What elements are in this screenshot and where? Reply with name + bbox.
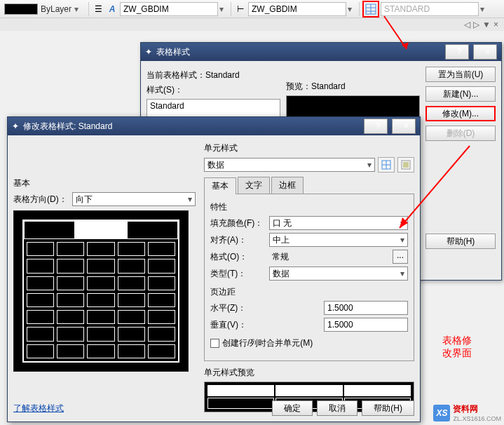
horiz-margin-input[interactable]: 1.5000 (324, 301, 408, 315)
chevron-down-icon: ▾ (367, 160, 372, 170)
help-button[interactable]: 帮助(H) (425, 234, 496, 249)
chevron-down-icon: ▾ (400, 235, 404, 245)
basic-group-label: 基本 (13, 177, 196, 189)
new-cell-style-icon[interactable] (378, 157, 395, 173)
fill-color-select[interactable]: 口 无 ▾ (269, 216, 408, 230)
dialog-titlebar[interactable]: ✦ 表格样式 ? × (141, 43, 501, 61)
align-label: 对齐(A)： (210, 234, 265, 246)
select-value: 数据 (207, 159, 224, 171)
separator (88, 2, 89, 16)
dialog-titlebar[interactable]: ✦ 修改表格样式: Standard ? × (8, 117, 420, 135)
modify-table-style-dialog: ✦ 修改表格样式: Standard ? × 基本 表格方向(D)： 向下 ▾ (7, 116, 421, 422)
margin-group-label: 页边距 (210, 286, 408, 298)
annotation-text: 表格修 改界面 (442, 334, 472, 359)
format-label: 格式(O)： (210, 251, 265, 263)
top-toolbar: ByLayer ▾ ☰ A ZW_GBDIM ▾ ⊢ ZW_GBDIM ▾ ST… (0, 0, 504, 18)
app-icon: ✦ (145, 47, 152, 57)
preview-label: 预览： (286, 81, 311, 91)
nav-strip: ◁ ▷ ▼ × (0, 18, 504, 31)
app-icon: ✦ (12, 121, 19, 131)
dropdown-arrow-icon: ▾ (74, 4, 83, 14)
cell-style-select[interactable]: 数据 ▾ (204, 158, 375, 172)
nav-left-icon[interactable]: ◁ (464, 20, 470, 29)
list-icon[interactable]: ☰ (92, 3, 104, 15)
dim-style-value: ZW_GBDIM (252, 4, 297, 14)
table-direction-label: 表格方向(D)： (13, 194, 68, 205)
watermark-url: ZL.XS1616.COM (453, 415, 501, 422)
select-value: 数据 (273, 268, 290, 280)
dialog-title: 修改表格样式: Standard (23, 121, 112, 133)
merge-cells-label: 创建行/列时合并单元(M) (222, 337, 313, 349)
dropdown-arrow-icon[interactable]: ▾ (219, 4, 228, 14)
delete-button[interactable]: 删除(D) (425, 126, 496, 141)
new-button[interactable]: 新建(N)... (425, 86, 496, 102)
close-icon[interactable]: × (392, 119, 416, 134)
text-style-icon[interactable]: A (106, 3, 118, 15)
modify-button[interactable]: 修改(M)... (425, 106, 496, 121)
select-value: 中上 (273, 234, 290, 246)
select-value: 向下 (76, 194, 93, 205)
color-swatch (4, 4, 38, 15)
separator (231, 2, 231, 16)
vert-margin-input[interactable]: 1.5000 (324, 318, 408, 332)
type-label: 类型(T)： (210, 268, 265, 280)
fill-color-label: 填充颜色(F)： (210, 217, 265, 229)
vert-margin-label: 垂直(V)： (210, 319, 265, 331)
dropdown-arrow-icon[interactable]: ▾ (480, 4, 489, 14)
horiz-margin-label: 水平(Z)： (210, 302, 265, 314)
dim-style-icon[interactable]: ⊢ (234, 3, 247, 15)
tab-panel-basic: 特性 填充颜色(F)： 口 无 ▾ 对齐(A)： 中上 ▾ 格式( (204, 194, 414, 361)
layer-color-picker[interactable]: ByLayer ▾ (1, 4, 86, 15)
format-browse-button[interactable]: ... (393, 250, 408, 264)
watermark: XS 资料网 ZL.XS1616.COM (433, 403, 501, 422)
dialog-title: 表格样式 (156, 46, 190, 58)
tab-text[interactable]: 文字 (238, 177, 270, 194)
close-icon[interactable]: × (473, 44, 497, 60)
type-select[interactable]: 数据 ▾ (269, 267, 408, 281)
help-icon[interactable]: ? (364, 119, 388, 134)
separator (359, 2, 360, 16)
select-value: 口 无 (273, 217, 292, 229)
styles-label: 样式(S)： (147, 84, 280, 96)
help-button[interactable]: 帮助(H) (362, 400, 414, 416)
ok-button[interactable]: 确定 (272, 400, 313, 416)
current-style-value: Standard (205, 70, 240, 80)
chevron-down-icon: ▾ (400, 218, 404, 228)
nav-close-icon[interactable]: × (493, 20, 498, 29)
nav-down-icon[interactable]: ▼ (482, 20, 491, 29)
preview-style-name: Standard (311, 81, 346, 91)
table-style-value: STANDARD (384, 4, 430, 14)
layer-color-name: ByLayer (39, 4, 73, 14)
cancel-button[interactable]: 取消 (317, 400, 357, 416)
format-value: 常规 (272, 251, 289, 263)
align-select[interactable]: 中上 ▾ (269, 233, 408, 247)
list-item[interactable]: Standard (150, 101, 277, 111)
set-current-button[interactable]: 置为当前(U) (425, 67, 496, 82)
merge-cells-checkbox[interactable] (210, 339, 219, 348)
tab-basic[interactable]: 基本 (204, 177, 236, 194)
learn-link[interactable]: 了解表格样式 (13, 403, 64, 414)
cell-preview-label: 单元样式预览 (204, 367, 414, 379)
properties-group-label: 特性 (210, 201, 408, 213)
property-tabs: 基本 文字 边框 (204, 177, 414, 194)
current-style-label: 当前表格样式： (147, 70, 205, 80)
chevron-down-icon: ▾ (188, 194, 192, 204)
table-style-field[interactable]: STANDARD (381, 2, 479, 16)
watermark-logo: XS (433, 405, 450, 421)
table-direction-select[interactable]: 向下 ▾ (72, 192, 196, 206)
cell-style-group-label: 单元样式 (204, 142, 414, 154)
dropdown-arrow-icon[interactable]: ▾ (348, 4, 356, 14)
format-display: 常规 (269, 250, 388, 264)
nav-right-icon[interactable]: ▷ (473, 20, 479, 29)
dim-style-field[interactable]: ZW_GBDIM (248, 2, 346, 16)
tab-border[interactable]: 边框 (271, 177, 304, 194)
svg-rect-8 (403, 162, 409, 168)
text-style-value: ZW_GBDIM (123, 4, 169, 14)
text-style-field[interactable]: ZW_GBDIM (120, 2, 218, 16)
help-icon[interactable]: ? (445, 44, 469, 60)
table-style-icon[interactable] (362, 1, 379, 18)
watermark-name: 资料网 (453, 403, 501, 415)
table-preview (13, 210, 189, 372)
manage-cell-style-icon[interactable] (397, 157, 414, 173)
chevron-down-icon: ▾ (400, 269, 404, 278)
